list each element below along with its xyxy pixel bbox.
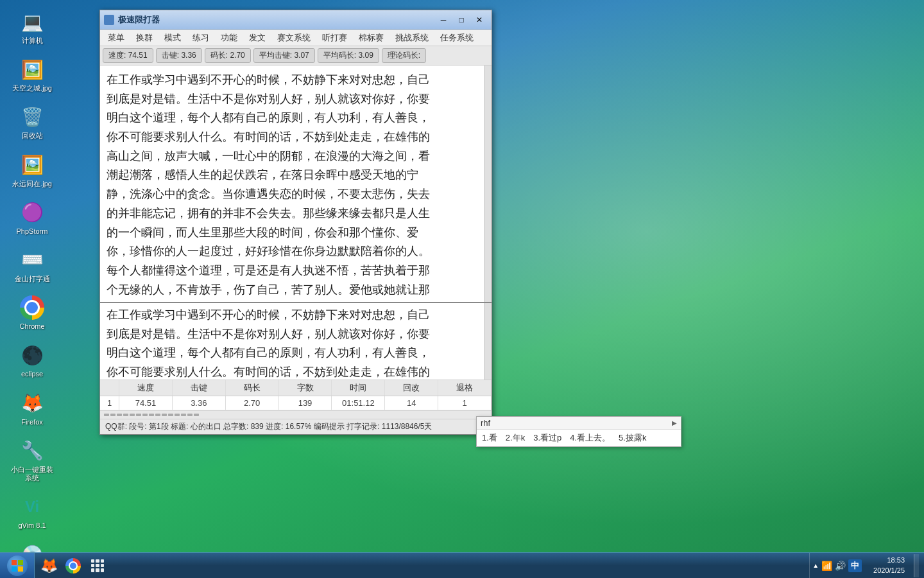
windows-logo-svg (12, 560, 23, 572)
eclipse-icon: 🌑 (19, 342, 45, 368)
desktop-icon-eclipse[interactable]: 🌑 eclipse (6, 340, 58, 381)
scroll-dot-12 (175, 414, 180, 416)
xiaobai-icon: 🔧 (19, 438, 45, 464)
svg-rect-2 (12, 566, 17, 572)
chrome-circle-icon (20, 295, 44, 320)
taskbar-firefox-icon[interactable]: 🦊 (37, 554, 60, 577)
td-chars-1: 139 (279, 396, 332, 410)
app-title-icon (104, 15, 114, 25)
desktop-icon-recycle[interactable]: 🗑️ 回收站 (6, 101, 58, 143)
menu-mian-race[interactable]: 棉标赛 (354, 31, 389, 45)
wg-cell-1 (105, 15, 109, 20)
menu-huanqun[interactable]: 换群 (131, 31, 158, 45)
eclipse-icon-label: eclipse (21, 370, 43, 378)
expand-notif-icon[interactable]: ▲ (812, 562, 819, 569)
td-speed-1: 74.51 (119, 396, 173, 410)
recycle-icon: 🗑️ (19, 104, 45, 130)
desktop-icon-firefox[interactable]: 🦊 Firefox (6, 388, 58, 429)
minimize-button[interactable]: ─ (435, 13, 452, 26)
scroll-dot-14 (187, 414, 193, 416)
desktop: 💻 计算机 🖼️ 天空之城.jpg 🗑️ 回收站 🖼️ 永远同在.jpg 🟣 P… (0, 0, 924, 578)
taskbar-right-area: ▲ 📶 🔊 中 18:53 2020/1/25 (804, 553, 924, 578)
top-scrollbar[interactable] (484, 66, 492, 302)
menu-function[interactable]: 功能 (216, 31, 243, 45)
show-desktop-button[interactable] (914, 554, 919, 577)
desktop-icon-jinshan[interactable]: ⌨️ 金山打字通 (6, 245, 58, 286)
chrome-icon-label: Chrome (19, 322, 44, 331)
menu-listen-race[interactable]: 听打赛 (317, 31, 352, 45)
autocomplete-items: 1.看 2.年k 3.看过p 4.看上去。 5.披露k (477, 430, 681, 446)
menu-mode[interactable]: 模式 (159, 31, 186, 45)
scroll-dot-7 (142, 414, 148, 416)
desktop-icon-xiaobai[interactable]: 🔧 小白一键重装系统 (6, 435, 58, 485)
results-table: 速度 击键 码长 字数 时间 回改 退格 1 74.51 3.36 2.70 1… (100, 380, 492, 410)
desktop-icon-phpstorm[interactable]: 🟣 PhpStorm (6, 197, 58, 238)
jinshan-icon-label: 金山打字通 (15, 275, 50, 283)
firefox-icon: 🦊 (19, 390, 45, 416)
td-time-1: 01:51.12 (332, 396, 385, 410)
yongyuan-icon: 🖼️ (19, 152, 45, 178)
clock-date: 2020/1/25 (873, 566, 905, 575)
desktop-icon-chrome[interactable]: Chrome (6, 292, 58, 333)
svg-rect-0 (12, 560, 17, 565)
keystroke-value: 3.36 (181, 51, 196, 60)
bottom-scrollbar[interactable] (484, 303, 492, 380)
window-controls: ─ □ ✕ (435, 13, 488, 26)
grid-cell-7 (91, 568, 94, 572)
scroll-dot-10 (162, 414, 167, 416)
desktop-icon-area: 💻 计算机 🖼️ 天空之城.jpg 🗑️ 回收站 🖼️ 永远同在.jpg 🟣 P… (6, 6, 58, 578)
scroll-dot-11 (168, 414, 173, 416)
wg-cell-3 (105, 20, 109, 24)
menu-race-system[interactable]: 赛文系统 (272, 31, 316, 45)
gvim-icon-label: gVim 8.1 (18, 521, 46, 530)
start-button[interactable] (0, 553, 35, 579)
taskbar-pinned-items: 🦊 (35, 553, 804, 578)
status-bar: QQ群: 段号: 第1段 标题: 心的出口 总字数: 839 进度: 16.57… (100, 419, 492, 434)
autocomplete-expand-icon[interactable]: ▶ (672, 419, 677, 426)
lang-indicator[interactable]: 中 (848, 559, 862, 572)
menu-practice[interactable]: 练习 (187, 31, 214, 45)
app-window: 极速限打器 ─ □ ✕ 菜单 换群 模式 练习 功能 发文 赛文系统 听打赛 棉… (99, 10, 492, 435)
menu-challenge[interactable]: 挑战系统 (390, 31, 434, 45)
window-grid-icon (105, 15, 114, 24)
th-speed: 速度 (119, 380, 173, 396)
th-time: 时间 (332, 380, 385, 396)
svg-rect-3 (18, 566, 23, 572)
gvim-icon: Vi (19, 494, 45, 520)
scroll-dot-2 (110, 414, 116, 416)
menu-task[interactable]: 任务系统 (435, 31, 479, 45)
taskbar-chrome-icon[interactable] (62, 554, 85, 577)
menu-fawen[interactable]: 发文 (244, 31, 271, 45)
menu-caidan[interactable]: 菜单 (103, 31, 130, 45)
table-header: 速度 击键 码长 字数 时间 回改 退格 (100, 380, 492, 396)
stat-theory-codelen: 理论码长: (382, 48, 426, 63)
td-backspace-1: 1 (438, 396, 492, 410)
desktop-icon-computer[interactable]: 💻 计算机 (6, 6, 58, 48)
avg-codelen-value: 3.09 (358, 51, 373, 60)
desktop-icon-tiankong[interactable]: 🖼️ 天空之城.jpg (6, 54, 58, 95)
autocomplete-item-1[interactable]: 1.看 2.年k 3.看过p 4.看上去。 5.披露k (477, 431, 681, 445)
wg-cell-4 (110, 20, 114, 24)
upper-text-area: 在工作或学习中遇到不开心的时候，不妨静下来对对忠恕，自己 到底是对是错。生活中不… (100, 66, 492, 303)
taskbar-grid-icon[interactable] (86, 554, 109, 577)
desktop-icon-gvim[interactable]: Vi gVim 8.1 (6, 491, 58, 532)
autocomplete-popup: rhf ▶ 1.看 2.年k 3.看过p 4.看上去。 5.披露k (476, 416, 681, 447)
avg-keystroke-value: 3.07 (294, 51, 309, 60)
close-button[interactable]: ✕ (471, 13, 488, 26)
clock-time: 18:53 (873, 556, 905, 565)
chrome-taskbar-icon (65, 558, 81, 574)
volume-icon[interactable]: 🔊 (835, 561, 846, 571)
autocomplete-header: rhf ▶ (477, 417, 681, 430)
td-rownum-1: 1 (100, 396, 119, 410)
taskbar-clock[interactable]: 18:53 2020/1/25 (868, 556, 910, 575)
start-orb-icon (7, 556, 28, 576)
lower-text-area[interactable]: 在工作或学习中遇到不开心的时候，不妨静下来对对忠恕，自己 到底是对是错。生活中不… (100, 303, 492, 380)
desktop-icon-yongyuan[interactable]: 🖼️ 永远同在.jpg (6, 150, 58, 191)
menu-bar: 菜单 换群 模式 练习 功能 发文 赛文系统 听打赛 棉标赛 挑战系统 任务系统 (100, 30, 492, 46)
th-num (100, 380, 119, 396)
scroll-dot-9 (155, 414, 160, 416)
network-icon: 📶 (821, 561, 832, 571)
maximize-button[interactable]: □ (453, 13, 470, 26)
firefox-icon-label: Firefox (21, 418, 43, 426)
scroll-dot-3 (117, 414, 122, 416)
